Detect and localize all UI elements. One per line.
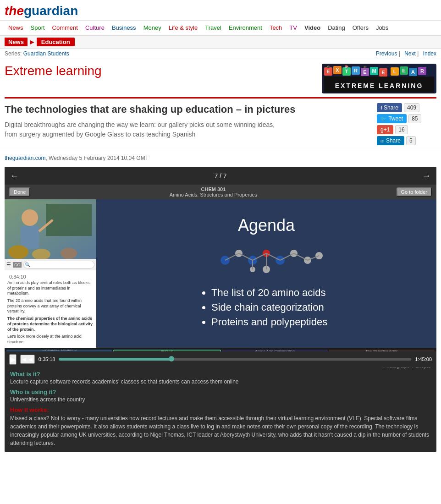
nav-travel[interactable]: Travel bbox=[201, 22, 225, 33]
captions-icon[interactable]: CC bbox=[13, 262, 22, 268]
dateline: theguardian.com, Wednesday 5 February 20… bbox=[0, 150, 441, 164]
lecture-search[interactable] bbox=[23, 261, 94, 268]
progress-bar[interactable] bbox=[59, 358, 411, 361]
nav-lifestyle[interactable]: Life & style bbox=[165, 22, 202, 33]
googleplus-count: 16 bbox=[395, 125, 408, 134]
nav-comment[interactable]: Comment bbox=[49, 22, 82, 33]
svg-line-50 bbox=[294, 253, 308, 260]
breadcrumb-education[interactable]: Education bbox=[37, 38, 75, 46]
lecture-note-4: Let's look more closely at the amino aci… bbox=[7, 334, 94, 345]
dateline-site[interactable]: theguardian.com bbox=[5, 155, 45, 161]
googleplus-share[interactable]: g+1 16 bbox=[377, 125, 436, 134]
logo-guardian: guardian bbox=[24, 4, 78, 18]
series-name[interactable]: Guardian Students bbox=[23, 50, 69, 57]
lecture-ui: Done CHEM 301 Amino Acids: Structures an… bbox=[5, 185, 436, 359]
twitter-icon[interactable]: 🐦 Tweet bbox=[377, 114, 407, 123]
svg-text:L: L bbox=[393, 69, 397, 74]
svg-text:E: E bbox=[363, 69, 366, 75]
gallery-prev-button[interactable]: ← bbox=[10, 170, 19, 181]
agenda-title: Agenda bbox=[202, 216, 331, 235]
lecture-video-thumbnail bbox=[5, 199, 96, 259]
lecture-notes: 0:34:10 Amino acids play central roles b… bbox=[5, 270, 96, 348]
caption-section: Photograph: Panopto What is it? Lecture … bbox=[5, 359, 436, 452]
agenda-content: Agenda bbox=[184, 207, 349, 340]
slide-thumbnails: CHEM301: Lecture 5 Amino Acids Agenda Ag… bbox=[5, 348, 436, 351]
linkedin-share[interactable]: in Share 5 bbox=[377, 136, 436, 145]
svg-text:R: R bbox=[354, 68, 358, 73]
next-link[interactable]: Next bbox=[404, 50, 416, 57]
twitter-share[interactable]: 🐦 Tweet 85 bbox=[377, 114, 436, 123]
svg-text:E: E bbox=[402, 68, 405, 73]
linkedin-count: 5 bbox=[406, 136, 416, 145]
prev-next-nav: Previous | Next | Index bbox=[373, 50, 436, 57]
nav-environment[interactable]: Environment bbox=[225, 22, 266, 33]
lecture-left-panel: ☰ CC 0:34:10 Amino acids play central ro… bbox=[5, 199, 96, 348]
nav-culture[interactable]: Culture bbox=[82, 22, 108, 33]
molecule-diagram bbox=[202, 242, 331, 280]
playback-bar: ▶ ◄◄ 0:35:18 1:45:00 bbox=[5, 351, 436, 367]
facebook-icon[interactable]: f Share bbox=[377, 103, 402, 112]
lecture-note-2: The 20 amino acids that are found within… bbox=[7, 298, 94, 314]
svg-point-34 bbox=[61, 248, 77, 259]
svg-text:M: M bbox=[372, 68, 376, 74]
article-title: The technologies that are shaking up edu… bbox=[5, 103, 370, 116]
nav-dating[interactable]: Dating bbox=[324, 22, 349, 33]
tw-label: Tweet bbox=[388, 115, 403, 122]
ln-label: Share bbox=[386, 137, 401, 144]
play-button[interactable]: ▶ bbox=[9, 354, 17, 365]
lecture-slide: Agenda bbox=[96, 199, 436, 348]
site-logo[interactable]: theguardian bbox=[5, 4, 436, 18]
svg-text:EXTREME LEARNING: EXTREME LEARNING bbox=[335, 82, 424, 89]
svg-text:E: E bbox=[326, 69, 330, 74]
nav-news[interactable]: News bbox=[5, 22, 27, 33]
gallery-navigation: ← 7 / 7 → bbox=[5, 167, 436, 185]
index-link[interactable]: Index bbox=[423, 50, 436, 57]
svg-text:E: E bbox=[381, 70, 385, 75]
progress-fill bbox=[59, 358, 171, 361]
lecture-title: CHEM 301 Amino Acids: Structures and Pro… bbox=[170, 186, 257, 197]
article-desc: Digital breakthroughs are changing the w… bbox=[5, 120, 280, 139]
breadcrumb-arrow: ► bbox=[28, 38, 36, 46]
breadcrumb-news[interactable]: News bbox=[5, 38, 28, 46]
dateline-date: Wednesday 5 February 2014 10.04 GMT bbox=[49, 155, 149, 161]
gallery-counter: 7 / 7 bbox=[214, 172, 226, 180]
svg-text:📚: 📚 bbox=[345, 65, 349, 69]
gallery-next-button[interactable]: → bbox=[422, 170, 431, 181]
nav-tv[interactable]: TV bbox=[286, 22, 301, 33]
nav-business[interactable]: Business bbox=[108, 22, 140, 33]
agenda-item-3: Proteins and polypeptides bbox=[211, 316, 331, 328]
linkedin-icon[interactable]: in Share bbox=[377, 136, 404, 145]
who-is-using-label: Who is using it? bbox=[10, 389, 431, 395]
site-header: theguardian bbox=[0, 0, 441, 21]
twitter-count: 85 bbox=[408, 114, 421, 123]
svg-text:X: X bbox=[336, 67, 339, 73]
article: The technologies that are shaking up edu… bbox=[0, 103, 441, 145]
svg-rect-30 bbox=[21, 226, 39, 249]
agenda-list: The list of 20 amino acids Side chain ca… bbox=[202, 287, 331, 328]
skip-back-button[interactable]: ◄◄ bbox=[20, 355, 35, 364]
nav-sport[interactable]: Sport bbox=[27, 22, 49, 33]
progress-handle[interactable] bbox=[169, 356, 174, 362]
lecture-topbar: Done CHEM 301 Amino Acids: Structures an… bbox=[5, 185, 436, 199]
playback-total: 1:45:00 bbox=[415, 356, 432, 362]
prev-link[interactable]: Previous bbox=[376, 50, 397, 57]
nav-tech[interactable]: Tech bbox=[266, 22, 286, 33]
nav-video[interactable]: Video bbox=[301, 22, 324, 33]
svg-text:🎓: 🎓 bbox=[326, 65, 331, 69]
nav-money[interactable]: Money bbox=[140, 22, 165, 33]
what-is-it-label: What is it? bbox=[10, 371, 431, 378]
gp-label: g+1 bbox=[380, 126, 390, 133]
nav-jobs[interactable]: Jobs bbox=[372, 22, 392, 33]
agenda-item-1: The list of 20 amino acids bbox=[211, 287, 331, 299]
lecture-note-3: The chemical properties of the amino aci… bbox=[7, 316, 94, 332]
nav-offers[interactable]: Offers bbox=[349, 22, 372, 33]
lecture-subtitle: Amino Acids: Structures and Properties bbox=[170, 192, 257, 197]
menu-icon[interactable]: ☰ bbox=[6, 262, 11, 268]
gallery-image: Done CHEM 301 Amino Acids: Structures an… bbox=[5, 185, 436, 359]
fb-label: Share bbox=[384, 104, 398, 111]
extreme-learning-logo: E X T R E M E L E A R 🎓 📚 🎓 E bbox=[322, 64, 436, 93]
googleplus-icon[interactable]: g+1 bbox=[377, 125, 393, 134]
done-button[interactable]: Done bbox=[9, 187, 30, 197]
folder-button[interactable]: Go to folder bbox=[397, 187, 432, 197]
facebook-share[interactable]: f Share 409 bbox=[377, 103, 436, 112]
